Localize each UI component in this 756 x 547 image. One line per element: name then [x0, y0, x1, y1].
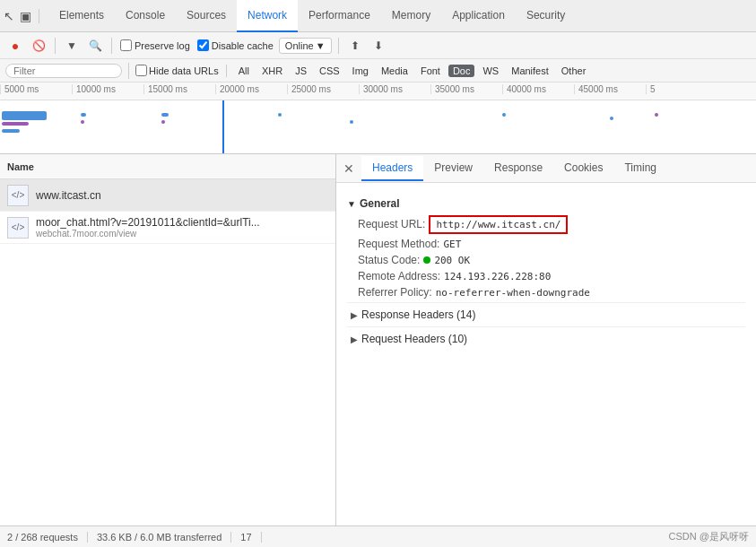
status-code-row: Status Code: 200 OK [347, 254, 745, 266]
search-button[interactable]: 🔍 [85, 36, 105, 56]
response-headers-label: Response Headers (14) [361, 308, 475, 321]
tab-response[interactable]: Response [483, 156, 553, 181]
transfer-size: 33.6 KB / 6.0 MB transferred [88, 532, 231, 543]
toolbar-sep-2 [111, 38, 112, 54]
tab-sources[interactable]: Sources [176, 0, 237, 32]
filter-type-sep [226, 65, 227, 77]
preserve-log-input[interactable] [120, 39, 132, 51]
upload-button[interactable]: ⬆ [345, 36, 365, 56]
request-item-2[interactable]: </> moor_chat.html?v=20191011&clientId=&… [0, 212, 335, 244]
wf-bar-5 [81, 120, 84, 124]
filter-type-img[interactable]: Img [348, 65, 373, 77]
hide-data-urls-input[interactable] [135, 65, 147, 76]
request-name-1: www.itcast.cn [36, 189, 328, 202]
timeline: 5000 ms 10000 ms 15000 ms 20000 ms 25000… [0, 82, 756, 154]
tick-20000: 20000 ms [215, 84, 287, 94]
tab-application[interactable]: Application [441, 0, 516, 32]
timeline-content [0, 100, 756, 154]
online-label: Online [285, 40, 314, 51]
details-panel: ✕ Headers Preview Response Cookies Timin… [336, 154, 756, 525]
referrer-policy-label: Referrer Policy: [358, 286, 432, 299]
request-icon-2: </> [7, 217, 29, 239]
filter-bar: Hide data URLs All XHR JS CSS Img Media … [0, 59, 756, 82]
filter-type-js[interactable]: JS [291, 65, 311, 77]
tab-memory[interactable]: Memory [381, 0, 441, 32]
tab-timing[interactable]: Timing [613, 156, 667, 181]
filter-type-font[interactable]: Font [416, 65, 445, 77]
filter-icon-button[interactable]: ▼ [62, 36, 82, 56]
request-item-1[interactable]: </> www.itcast.cn [0, 179, 335, 212]
disable-cache-label: Disable cache [212, 40, 274, 51]
hide-data-urls-checkbox[interactable]: Hide data URLs [135, 65, 219, 76]
tick-15000: 15000 ms [143, 84, 215, 94]
status-bar: 2 / 268 requests 33.6 KB / 6.0 MB transf… [0, 525, 756, 547]
devtools-tabbar: ↖ ▣ Elements Console Sources Network Per… [0, 0, 756, 32]
details-content: ▼ General Request URL: http://www.itcast… [336, 183, 756, 358]
request-headers-arrow-icon: ▶ [351, 334, 358, 344]
filter-type-ws[interactable]: WS [478, 65, 503, 77]
filter-type-xhr[interactable]: XHR [257, 65, 287, 77]
filter-type-doc[interactable]: Doc [448, 65, 475, 77]
tick-5000: 5000 ms [0, 84, 72, 94]
main-content: Name </> www.itcast.cn </> moor_chat.htm… [0, 154, 756, 525]
tab-cookies[interactable]: Cookies [553, 156, 613, 181]
filter-type-other[interactable]: Other [557, 65, 591, 77]
filter-type-manifest[interactable]: Manifest [507, 65, 553, 77]
preserve-log-label: Preserve log [135, 40, 190, 51]
tick-end: 5 [646, 84, 717, 94]
tab-preview[interactable]: Preview [423, 156, 483, 181]
wf-bar-7 [161, 120, 165, 124]
filter-type-media[interactable]: Media [377, 65, 413, 77]
request-url-row: Request URL: http://www.itcast.cn/ [347, 215, 745, 234]
disable-cache-input[interactable] [197, 39, 209, 51]
filter-type-all[interactable]: All [234, 65, 254, 77]
wf-bar-1 [2, 111, 47, 120]
record-button[interactable]: ● [5, 36, 25, 56]
general-section-header[interactable]: ▼ General [347, 197, 745, 210]
status-code-label: Status Code: [358, 254, 420, 266]
toolbar-sep-1 [55, 38, 56, 54]
preserve-log-checkbox[interactable]: Preserve log [120, 39, 190, 51]
online-dropdown[interactable]: Online ▼ [279, 38, 332, 54]
tab-headers[interactable]: Headers [361, 156, 423, 181]
request-method-row: Request Method: GET [347, 238, 745, 250]
requests-header: Name [0, 154, 335, 179]
tab-performance[interactable]: Performance [298, 0, 381, 32]
tab-console[interactable]: Console [115, 0, 176, 32]
device-icon[interactable]: ▣ [20, 9, 31, 23]
filter-type-css[interactable]: CSS [315, 65, 344, 77]
request-url-2: webchat.7moor.com/view [36, 229, 328, 239]
wf-bar-3 [2, 129, 20, 133]
disable-cache-checkbox[interactable]: Disable cache [197, 39, 274, 51]
wf-bar-12 [655, 113, 658, 117]
filter-input[interactable] [5, 64, 122, 78]
cursor-icon[interactable]: ↖ [4, 9, 14, 23]
watermark-text: CSDN @是风呀呀 [669, 530, 749, 543]
toolbar-sep-3 [338, 38, 339, 54]
tab-security[interactable]: Security [516, 0, 576, 32]
status-dot [423, 256, 430, 264]
request-url-value: http://www.itcast.cn/ [429, 215, 568, 234]
waterfall-bars [0, 104, 756, 154]
status-code-value: 200 OK [434, 255, 470, 266]
general-label: General [360, 197, 400, 210]
tab-network[interactable]: Network [237, 0, 298, 32]
requests-count: 2 / 268 requests [7, 532, 88, 543]
tab-elements[interactable]: Elements [48, 0, 115, 32]
tick-10000: 10000 ms [72, 84, 143, 94]
response-headers-section[interactable]: ▶ Response Headers (14) [347, 302, 745, 326]
request-url-label: Request URL: [358, 218, 425, 230]
name-column-header: Name [7, 161, 34, 172]
remote-address-value: 124.193.226.228:80 [444, 271, 551, 282]
request-headers-section[interactable]: ▶ Request Headers (10) [347, 326, 745, 351]
dropdown-arrow-icon: ▼ [316, 40, 326, 51]
request-info-2: moor_chat.html?v=20191011&clientId=&urlT… [36, 216, 328, 239]
wf-bar-10 [502, 113, 506, 117]
details-close-button[interactable]: ✕ [336, 161, 361, 176]
wf-bar-2 [2, 122, 29, 126]
timeline-ruler: 5000 ms 10000 ms 15000 ms 20000 ms 25000… [0, 82, 756, 100]
download-button[interactable]: ⬇ [369, 36, 388, 56]
stop-button[interactable]: 🚫 [29, 36, 48, 56]
request-name-2: moor_chat.html?v=20191011&clientId=&urlT… [36, 216, 328, 229]
referrer-policy-row: Referrer Policy: no-referrer-when-downgr… [347, 286, 745, 299]
